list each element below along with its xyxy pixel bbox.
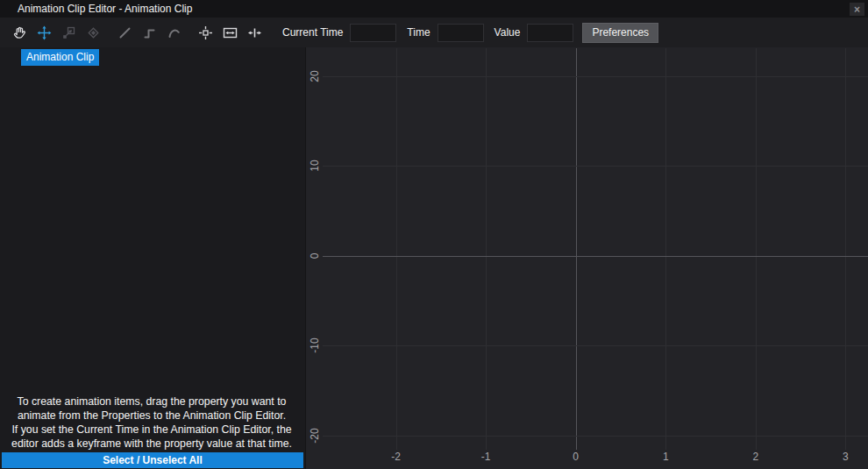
y-tick-label: 10	[309, 160, 321, 172]
gridline-horizontal	[323, 76, 868, 77]
time-label: Time	[407, 26, 430, 39]
stepped-tangent-icon	[142, 25, 157, 40]
x-tick-label: -2	[391, 451, 401, 463]
y-tick-label: -20	[309, 428, 321, 443]
x-tick-label: 2	[752, 451, 758, 463]
fit-horizontal-icon	[223, 25, 238, 40]
gridline-vertical	[396, 48, 397, 450]
current-time-input[interactable]	[350, 24, 396, 42]
gridline-horizontal	[323, 166, 868, 167]
value-input[interactable]	[527, 24, 573, 42]
x-tick-label: 3	[843, 451, 849, 463]
gridline-vertical	[486, 48, 487, 450]
x-tick-label: 0	[573, 451, 579, 463]
curve-graph[interactable]: -2-1012320100-10-20	[306, 47, 868, 469]
linear-tangent-button[interactable]	[112, 20, 137, 45]
gridline-horizontal	[323, 345, 868, 346]
x-tick-label: -1	[481, 451, 491, 463]
gridline-vertical	[845, 48, 846, 450]
move-keys-icon	[37, 25, 52, 40]
help-line: animate from the Properties to the Anima…	[0, 409, 303, 423]
help-line: editor adds a keyframe with the property…	[0, 437, 303, 451]
current-time-label: Current Time	[282, 26, 343, 39]
help-text: To create animation items, drag the prop…	[0, 394, 303, 451]
x-axis-line	[576, 48, 577, 450]
pan-horizontal-icon	[247, 25, 262, 40]
y-tick-label: -10	[309, 338, 321, 353]
window-title: Animation Clip Editor - Animation Clip	[18, 3, 192, 15]
gridline-horizontal	[323, 436, 868, 437]
preferences-button[interactable]: Preferences	[582, 23, 658, 43]
title-bar: Animation Clip Editor - Animation Clip ×	[0, 0, 868, 18]
select-unselect-all-button[interactable]: Select / Unselect All	[2, 452, 303, 468]
move-keys-button[interactable]	[32, 20, 56, 45]
smooth-tangent-button[interactable]	[161, 20, 186, 45]
help-line: To create animation items, drag the prop…	[0, 394, 303, 409]
animation-clip-item[interactable]: Animation Clip	[21, 49, 99, 66]
value-label: Value	[494, 26, 521, 39]
linear-tangent-icon	[117, 25, 132, 40]
add-keyframe-icon	[86, 25, 101, 40]
y-tick-label: 0	[309, 253, 321, 259]
toolbar: Current Time Time Value Preferences	[0, 18, 868, 47]
scale-keys-button[interactable]	[56, 20, 81, 45]
add-keyframe-button[interactable]	[81, 20, 105, 45]
y-tick-label: 20	[309, 70, 321, 82]
pan-hand-button[interactable]	[7, 20, 32, 45]
time-input[interactable]	[438, 24, 484, 42]
pan-hand-icon	[12, 25, 27, 40]
fit-horizontal-button[interactable]	[217, 20, 242, 45]
scale-keys-icon	[61, 25, 76, 40]
center-view-button[interactable]	[193, 20, 217, 45]
clip-tree-panel: Animation Clip To create animation items…	[0, 47, 306, 469]
smooth-tangent-icon	[167, 25, 181, 40]
gridline-vertical	[756, 48, 757, 450]
center-view-icon	[198, 25, 213, 40]
close-button[interactable]: ×	[850, 3, 864, 16]
y-axis-line	[323, 256, 868, 257]
gridline-vertical	[665, 48, 666, 450]
help-line: If you set the Current Time in the Anima…	[0, 423, 303, 437]
x-tick-label: 1	[663, 451, 669, 463]
pan-horizontal-button[interactable]	[242, 20, 267, 45]
stepped-tangent-button[interactable]	[137, 20, 161, 45]
